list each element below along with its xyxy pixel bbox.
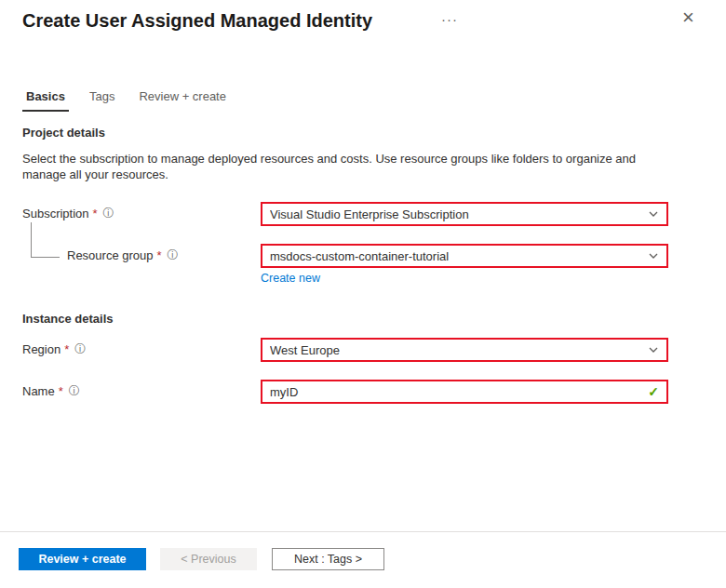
footer-divider xyxy=(0,531,726,532)
resource-group-value: msdocs-custom-container-tutorial xyxy=(270,249,449,263)
review-create-button[interactable]: Review + create xyxy=(19,548,146,570)
previous-button[interactable]: < Previous xyxy=(160,548,257,570)
chevron-down-icon xyxy=(648,344,659,355)
more-options-icon[interactable]: ··· xyxy=(441,11,458,27)
next-tags-button[interactable]: Next : Tags > xyxy=(272,548,384,570)
tab-tags[interactable]: Tags xyxy=(86,84,118,112)
subscription-label-text: Subscription xyxy=(22,207,89,220)
info-icon[interactable]: ⓘ xyxy=(168,247,179,263)
region-label: Region * ⓘ xyxy=(22,341,86,357)
resource-group-dropdown[interactable]: msdocs-custom-container-tutorial xyxy=(261,244,668,268)
create-new-link[interactable]: Create new xyxy=(261,272,320,285)
project-details-description: Select the subscription to manage deploy… xyxy=(22,151,644,182)
wizard-tabs: Basics Tags Review + create xyxy=(22,84,247,112)
required-asterisk: * xyxy=(59,384,63,398)
indent-connector-line xyxy=(31,222,60,258)
region-label-text: Region xyxy=(22,342,60,356)
tab-basics[interactable]: Basics xyxy=(22,84,69,112)
region-dropdown[interactable]: West Europe xyxy=(261,338,668,362)
info-icon[interactable]: ⓘ xyxy=(103,206,114,221)
chevron-down-icon xyxy=(648,250,659,261)
info-icon[interactable]: ⓘ xyxy=(69,383,80,399)
page-title: Create User Assigned Managed Identity xyxy=(22,10,372,32)
create-managed-identity-blade: Create User Assigned Managed Identity ··… xyxy=(0,0,726,588)
subscription-dropdown[interactable]: Visual Studio Enterprise Subscription xyxy=(261,202,668,226)
name-field-wrapper: ✓ xyxy=(261,380,668,404)
valid-check-icon: ✓ xyxy=(648,384,659,399)
required-asterisk: * xyxy=(157,248,162,262)
project-details-heading: Project details xyxy=(22,126,105,140)
resource-group-label-text: Resource group xyxy=(67,248,154,262)
required-asterisk: * xyxy=(64,342,69,356)
required-asterisk: * xyxy=(93,207,98,220)
resource-group-label: Resource group * ⓘ xyxy=(67,247,179,263)
subscription-value: Visual Studio Enterprise Subscription xyxy=(270,207,469,221)
region-value: West Europe xyxy=(270,343,340,357)
name-label: Name * ⓘ xyxy=(22,383,80,399)
subscription-label: Subscription * ⓘ xyxy=(22,206,114,221)
tab-review-create[interactable]: Review + create xyxy=(135,84,230,112)
chevron-down-icon xyxy=(648,208,659,220)
name-input[interactable] xyxy=(270,381,648,402)
name-label-text: Name xyxy=(22,384,55,398)
instance-details-heading: Instance details xyxy=(22,312,114,326)
close-icon[interactable]: × xyxy=(682,7,694,28)
info-icon[interactable]: ⓘ xyxy=(74,341,86,357)
